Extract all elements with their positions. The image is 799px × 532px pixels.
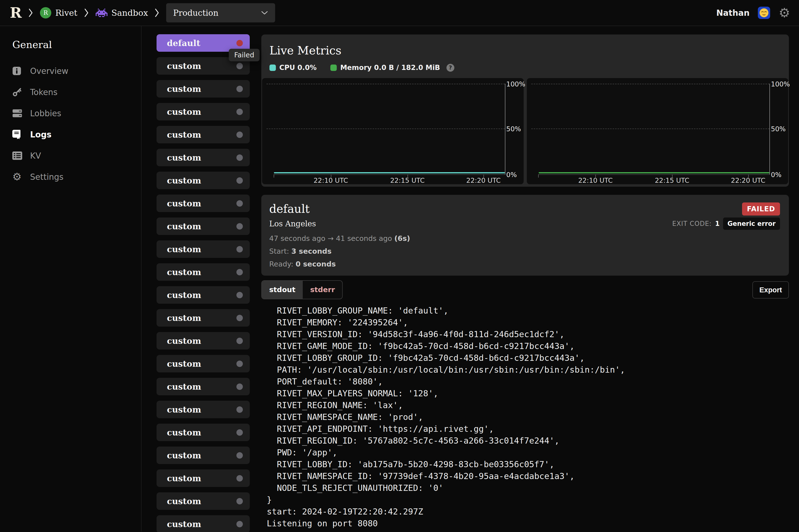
user-avatar[interactable] <box>758 7 770 19</box>
lobby-item[interactable]: custom <box>157 446 250 464</box>
gridline-100 <box>531 84 770 84</box>
generic-error-badge: Generic error <box>723 217 780 230</box>
key-icon <box>12 87 24 97</box>
lobby-name: custom <box>167 267 201 277</box>
status-dot-icon <box>236 154 243 161</box>
lobby-item[interactable]: custom <box>157 126 250 143</box>
sidebar-item-kv[interactable]: KV <box>12 151 141 160</box>
instance-ready-time: Ready: 0 seconds <box>269 260 780 268</box>
lobby-list: default Failed custom custom custom cust… <box>142 26 250 532</box>
y-tick-label: 50% <box>771 125 786 133</box>
tab-stderr[interactable]: stderr <box>303 281 342 299</box>
log-line: RIVET_REGION_NAME: 'lax', <box>267 399 789 411</box>
environment-select[interactable]: Production <box>166 3 275 22</box>
lobby-item[interactable]: custom <box>157 217 250 235</box>
x-tick-label: 22:10 UTC <box>578 176 613 184</box>
export-button[interactable]: Export <box>752 281 789 299</box>
status-dot-icon <box>236 177 243 184</box>
lobby-item[interactable]: custom <box>157 515 250 532</box>
sidebar-item-lobbies[interactable]: Lobbies <box>12 108 141 118</box>
lobby-item[interactable]: custom <box>157 103 250 120</box>
lobby-name: custom <box>167 519 201 529</box>
space-invader-icon <box>96 8 108 17</box>
exit-code-label: EXIT CODE: <box>672 220 712 227</box>
sidebar-item-settings[interactable]: ⚙ Settings <box>12 172 141 182</box>
x-tick <box>274 174 274 177</box>
status-dot-failed-icon <box>236 40 243 46</box>
log-line: PORT_default: '8080', <box>267 376 789 387</box>
lobby-name: custom <box>167 451 201 460</box>
lobby-item[interactable]: custom <box>157 309 250 327</box>
sidebar-item-logs[interactable]: Logs <box>12 130 141 139</box>
x-tick-label: 22:15 UTC <box>390 176 425 184</box>
log-line: } <box>267 494 789 506</box>
charts-row: 100% 50% 0% 22:10 UTC 22:15 UTC 22:20 UT… <box>262 78 788 184</box>
log-output[interactable]: RIVET_LOBBY_GROUP_NAME: 'default', RIVET… <box>261 305 789 532</box>
status-dot-icon <box>236 475 243 481</box>
breadcrumb: R R Rivet San <box>10 3 275 22</box>
status-dot-icon <box>236 383 243 390</box>
sidebar-item-label: Tokens <box>30 88 57 97</box>
lobby-item[interactable]: custom <box>157 80 250 97</box>
chevron-down-icon <box>261 11 268 15</box>
lobby-item[interactable]: custom <box>157 332 250 349</box>
log-line: RIVET_MAX_PLAYERS_NORMAL: '128', <box>267 387 789 399</box>
lobby-name: custom <box>167 313 201 323</box>
lobby-name: custom <box>167 405 201 415</box>
settings-gear-icon[interactable]: ⚙ <box>779 6 790 19</box>
lobby-item[interactable]: custom <box>157 492 250 510</box>
page-body: General Overview Tokens Lobbies <box>0 26 799 532</box>
log-line: RIVET_LOBBY_ID: 'ab175a7b-5b20-4298-83cb… <box>267 458 789 470</box>
lobby-name: custom <box>167 153 201 163</box>
sidebar-title: General <box>12 39 141 50</box>
lobby-item[interactable]: custom <box>157 378 250 395</box>
memory-swatch-icon <box>330 64 337 71</box>
log-line: RIVET_API_ENDPOINT: 'https://api.rivet.g… <box>267 423 789 435</box>
environment-select-value: Production <box>173 8 218 18</box>
exit-code-value: 1 <box>715 220 720 227</box>
lobby-item[interactable]: custom <box>157 286 250 304</box>
lobby-item[interactable]: custom <box>157 424 250 441</box>
main-content: Live Metrics CPU 0.0% Memory 0.0 B / 182… <box>261 26 789 532</box>
x-tick-label: 22:20 UTC <box>731 176 765 184</box>
y-tick-label: 100% <box>771 80 786 88</box>
cpu-series-line <box>274 172 505 173</box>
sidebar-item-overview[interactable]: Overview <box>12 66 141 76</box>
lobby-item[interactable]: custom <box>157 470 250 487</box>
lobby-name: custom <box>167 130 201 140</box>
tab-stdout[interactable]: stdout <box>262 281 303 299</box>
log-toolbar: stdout stderr Export <box>261 280 789 299</box>
lobby-item[interactable]: custom <box>157 172 250 189</box>
breadcrumb-project[interactable]: Sandbox <box>96 8 148 18</box>
legend-cpu: CPU 0.0% <box>270 63 316 72</box>
lobby-item[interactable]: custom <box>157 401 250 418</box>
live-metrics-card: Live Metrics CPU 0.0% Memory 0.0 B / 182… <box>261 35 789 187</box>
x-tick-label: 22:15 UTC <box>655 176 689 184</box>
gear-icon: ⚙ <box>12 172 24 182</box>
lobby-name: custom <box>167 222 201 231</box>
gridline-50 <box>267 129 505 129</box>
log-line: NODE_TLS_REJECT_UNAUTHORIZED: '0' <box>267 482 789 494</box>
gridline-50 <box>531 129 770 129</box>
rivet-logo-icon[interactable]: R <box>10 6 22 20</box>
log-line: start: 2024-02-19T22:20:42.297Z <box>267 506 789 517</box>
help-icon[interactable]: ? <box>447 64 454 72</box>
lobby-name: custom <box>167 359 201 369</box>
log-line: RIVET_NAMESPACE_NAME: 'prod', <box>267 411 789 423</box>
status-dot-icon <box>236 246 243 252</box>
status-dot-icon <box>236 429 243 436</box>
chevron-right-icon <box>84 8 89 17</box>
lobby-name: custom <box>167 290 201 300</box>
instance-region: Los Angeles <box>269 219 316 228</box>
breadcrumb-org[interactable]: R Rivet <box>40 7 77 18</box>
lobby-item[interactable]: custom <box>157 355 250 373</box>
book-icon <box>12 130 24 139</box>
sidebar-item-tokens[interactable]: Tokens <box>12 87 141 97</box>
lobby-item[interactable]: custom <box>157 263 250 281</box>
table-icon <box>12 151 24 160</box>
lobby-name: custom <box>167 176 201 186</box>
lobby-item[interactable]: custom <box>157 241 250 258</box>
chevron-right-icon <box>155 8 159 17</box>
lobby-item[interactable]: custom <box>157 194 250 212</box>
lobby-item[interactable]: custom <box>157 149 250 166</box>
